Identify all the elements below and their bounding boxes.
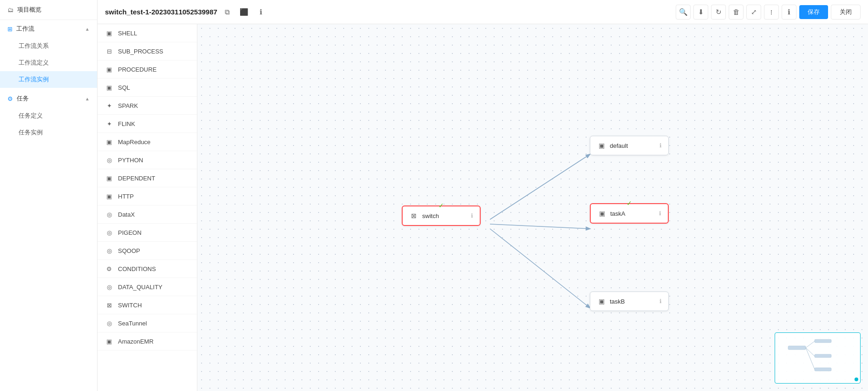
seatunnel-icon: ◎ [105, 319, 113, 327]
export-button[interactable]: ⬛ [238, 6, 251, 19]
switch-node-info[interactable]: ℹ [471, 212, 473, 219]
subprocess-icon: ⊟ [105, 47, 113, 55]
switch-node-label: switch [422, 212, 467, 219]
subprocess-label: SUB_PROCESS [118, 48, 163, 55]
task-type-subprocess[interactable]: ⊟ SUB_PROCESS [98, 42, 197, 60]
toolbar-info-button[interactable]: ℹ [782, 5, 796, 20]
task-type-shell[interactable]: ▣ SHELL [98, 24, 197, 42]
info-button[interactable]: ℹ [255, 6, 268, 19]
spark-icon: ✦ [105, 101, 113, 110]
task-section-label: 任务 [17, 94, 29, 103]
python-label: PYTHON [118, 157, 143, 164]
task-type-switch[interactable]: ⊠ SWITCH [98, 296, 197, 314]
flow-node-taskb[interactable]: ▣ taskB ℹ [590, 292, 669, 311]
flow-node-taska[interactable]: ✓ ▣ taskA ℹ [590, 203, 669, 224]
task-type-sql[interactable]: ▣ SQL [98, 79, 197, 97]
sql-label: SQL [118, 84, 130, 91]
sidebar-item-workflow-instance[interactable]: 工作流实例 [0, 71, 97, 88]
taska-node-info[interactable]: ℹ [659, 210, 661, 217]
toolbar: switch_test-1-20230311052539987 ⧉ ⬛ ℹ 🔍 … [98, 0, 868, 24]
task-type-http[interactable]: ▣ HTTP [98, 187, 197, 205]
sidebar-section-workflow-header[interactable]: ⊞ 工作流 ▲ [0, 20, 97, 38]
flow-canvas[interactable]: ✓ ⊠ switch ℹ ▣ default ℹ ✓ ▣ taskA ℹ ▣ [197, 24, 868, 391]
dependent-label: DEPENDENT [118, 175, 155, 182]
sidebar-item-task-definition[interactable]: 任务定义 [0, 107, 97, 124]
mapreduce-icon: ▣ [105, 138, 113, 146]
shell-icon: ▣ [105, 29, 113, 37]
task-type-spark[interactable]: ✦ SPARK [98, 97, 197, 115]
sidebar-item-workflow-definition[interactable]: 工作流定义 [0, 54, 97, 71]
switch-type-label: SWITCH [118, 302, 142, 309]
flow-node-switch[interactable]: ✓ ⊠ switch ℹ [402, 205, 481, 226]
close-button[interactable]: 关闭 [831, 5, 861, 20]
sidebar-item-workflow-relation[interactable]: 工作流关系 [0, 38, 97, 54]
procedure-label: PROCEDURE [118, 66, 157, 73]
procedure-icon: ▣ [105, 65, 113, 73]
pigeon-icon: ◎ [105, 228, 113, 237]
svg-rect-3 [788, 346, 806, 350]
seatunnel-label: SeaTunnel [118, 320, 147, 327]
sqoop-label: SQOOP [118, 247, 140, 254]
task-type-sqoop[interactable]: ◎ SQOOP [98, 242, 197, 260]
delete-button[interactable]: 🗑 [729, 5, 744, 20]
python-icon: ◎ [105, 156, 113, 164]
taskb-node-icon: ▣ [597, 297, 606, 306]
taskb-node-info[interactable]: ℹ [659, 298, 662, 305]
task-type-conditions[interactable]: ⚙ CONDITIONS [98, 260, 197, 278]
svg-line-8 [806, 348, 815, 356]
task-type-dependent[interactable]: ▣ DEPENDENT [98, 169, 197, 187]
svg-line-1 [490, 224, 590, 229]
fullscreen-button[interactable]: ⤢ [746, 5, 761, 20]
task-type-mapreduce[interactable]: ▣ MapReduce [98, 133, 197, 151]
sidebar: 🗂 项目概览 ⊞ 工作流 ▲ 工作流关系 工作流定义 工作流实例 ⚙ 任务 ▲ … [0, 0, 98, 391]
sidebar-section-workflow: ⊞ 工作流 ▲ 工作流关系 工作流定义 工作流实例 [0, 20, 97, 88]
svg-line-9 [806, 348, 815, 369]
default-node-info[interactable]: ℹ [659, 142, 662, 149]
dependent-icon: ▣ [105, 174, 113, 182]
amazonemr-label: AmazonEMR [118, 338, 154, 345]
sidebar-item-project-overview[interactable]: 🗂 项目概览 [0, 0, 97, 20]
svg-rect-6 [815, 368, 831, 371]
amazonemr-icon: ▣ [105, 337, 113, 345]
spark-label: SPARK [118, 102, 138, 109]
copy-button[interactable]: ⧉ [221, 6, 234, 19]
project-overview-label: 项目概览 [17, 6, 41, 14]
sidebar-item-task-instance[interactable]: 任务实例 [0, 124, 97, 141]
content-area: ▣ SHELL ⊟ SUB_PROCESS ▣ PROCEDURE ▣ SQL … [98, 24, 868, 391]
svg-line-2 [490, 229, 590, 308]
http-icon: ▣ [105, 192, 113, 200]
search-button[interactable]: 🔍 [676, 5, 691, 20]
download-button[interactable]: ⬇ [693, 5, 708, 20]
sql-icon: ▣ [105, 83, 113, 92]
mini-map-dot[interactable] [855, 378, 858, 381]
sidebar-section-task: ⚙ 任务 ▲ 任务定义 任务实例 [0, 90, 97, 141]
flow-node-default[interactable]: ▣ default ℹ [590, 136, 669, 155]
task-type-amazonemr[interactable]: ▣ AmazonEMR [98, 332, 197, 351]
connections-svg [197, 24, 868, 391]
switch-success-icon: ✓ [438, 202, 444, 209]
filter-button[interactable]: ⫶ [764, 5, 779, 20]
workflow-section-arrow: ▲ [85, 27, 90, 32]
mapreduce-label: MapReduce [118, 139, 150, 146]
workflow-section-label: 工作流 [16, 25, 34, 33]
mini-map [775, 332, 861, 384]
taska-success-icon: ✓ [627, 199, 632, 207]
shell-label: SHELL [118, 30, 137, 37]
task-type-datax[interactable]: ◎ DataX [98, 205, 197, 224]
task-type-procedure[interactable]: ▣ PROCEDURE [98, 60, 197, 79]
task-type-pigeon[interactable]: ◎ PIGEON [98, 224, 197, 242]
refresh-button[interactable]: ↻ [711, 5, 726, 20]
flink-icon: ✦ [105, 119, 113, 128]
svg-line-7 [806, 341, 815, 348]
svg-line-0 [490, 154, 590, 219]
switch-node-icon: ⊠ [409, 211, 418, 220]
save-button[interactable]: 保存 [799, 5, 828, 19]
task-type-flink[interactable]: ✦ FLINK [98, 115, 197, 133]
data-quality-label: DATA_QUALITY [118, 284, 163, 291]
task-type-data-quality[interactable]: ◎ DATA_QUALITY [98, 278, 197, 296]
mini-map-svg [775, 333, 861, 384]
main-content: switch_test-1-20230311052539987 ⧉ ⬛ ℹ 🔍 … [98, 0, 868, 391]
task-type-seatunnel[interactable]: ◎ SeaTunnel [98, 314, 197, 332]
task-type-python[interactable]: ◎ PYTHON [98, 151, 197, 169]
sidebar-section-task-header[interactable]: ⚙ 任务 ▲ [0, 90, 97, 107]
